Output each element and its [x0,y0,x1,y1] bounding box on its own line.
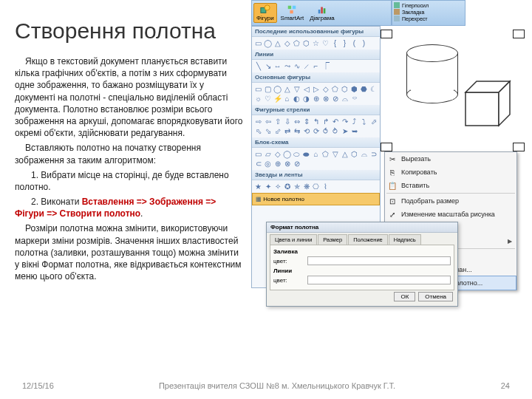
footer-date: 12/15/16 [22,381,74,390]
group-arrows: Фигурные стрелки [252,105,380,115]
line-color-dropdown[interactable] [307,276,451,284]
scale-icon: ⤢ [388,210,397,219]
group-stars: Звезды и ленты [252,170,380,180]
ctx-fit[interactable]: ⊡Подобрать размер [385,194,516,208]
bookmark-label[interactable]: Закладка [402,10,424,15]
cube-shape[interactable] [466,81,514,126]
star-shapes[interactable]: ★✦✧✪✯❋⎔⌇ [252,180,380,193]
format-canvas-dialog: Формат полотна Цвета и линии Размер Поло… [266,222,458,307]
canvas-handle-tl[interactable] [381,30,392,38]
group-flow: Блок-схема [252,137,380,148]
fit-icon: ⊡ [388,197,397,205]
svg-rect-4 [290,10,293,13]
smartart-button[interactable]: SmartArt [279,4,307,22]
svg-rect-3 [293,6,296,9]
para-3: Розміри полотна можна змінити, використо… [15,222,244,282]
recent-shapes[interactable]: ▭◯△◇⬠⬡☆♡{}() [252,37,380,50]
bookmark-icon [394,9,400,15]
svg-rect-6 [321,7,323,14]
dialog-title: Формат полотна [267,222,457,233]
lines-shapes[interactable]: ╲↘↔⤳∿⟋⌐⎾ [252,60,380,72]
cancel-button[interactable]: Отмена [418,292,453,301]
fill-color-dropdown[interactable] [307,256,451,265]
canvas-handle-bl[interactable] [381,143,392,151]
step-2-pre: 2. Виконати [31,197,82,207]
chart-icon [317,4,327,15]
dialog-tabs: Цвета и линии Размер Положение Надпись [267,233,457,245]
svg-rect-7 [324,8,326,13]
slide-title: Створення полотна [15,18,216,44]
arrow-shapes[interactable]: ⇨⇦⇧⇩⇔⇕↰↱↶↷⤴⤵ ⬀⬁⬂⬃⇄⇆⟲⟳⥀⥁➤➥ [252,115,380,137]
body-text: Якщо в текстовий документ планується вст… [15,55,244,285]
smartart-icon [287,4,297,15]
para-1: Якщо в текстовий документ планується вст… [15,55,244,139]
hyperlink-label[interactable]: Гіперпосил [402,3,429,8]
basic-shapes[interactable]: ▭▢◯△▽◁▷◇⬠⬡⬢⬣ ☾☼♡⚡⌂◐◑⊕⊗⊘⌓⌔ [252,83,380,105]
group-basic: Основные фигуры [252,72,380,83]
smartart-label: SmartArt [281,15,304,21]
scissors-icon: ✂ [388,154,397,163]
shapes-icon [260,4,270,15]
ribbon-insert-illustrations: Фігури SmartArt Діаграма [251,0,392,26]
paste-icon: 📋 [388,181,397,190]
cylinder-shape[interactable] [406,44,458,103]
lines-section-label: Линии [273,267,451,274]
chart-label: Діаграма [310,15,334,21]
svg-point-1 [265,5,270,10]
ok-button[interactable]: ОК [394,292,415,301]
tab-layout[interactable]: Положение [348,234,388,245]
slide-footer: 12/15/16 Презентація вчителя СЗОШ №8 м. … [0,381,532,390]
crossref-label[interactable]: Перехрест [402,16,428,21]
chart-button[interactable]: Діаграма [307,4,336,22]
ctx-copy[interactable]: ⎘Копировать [385,166,516,179]
ctx-paste[interactable]: 📋Вставить [385,179,516,192]
drawing-canvas[interactable] [381,30,525,151]
canvas-handle-tr[interactable] [513,30,525,38]
tab-size[interactable]: Размер [318,234,347,245]
tab-other[interactable]: Надпись [389,234,421,245]
para-2: Вставляють полотно на початку створення … [15,142,244,166]
new-canvas-item[interactable]: ▦ Новое полотно [252,193,380,205]
canvas-handle-br[interactable] [513,143,525,151]
dialog-pane: Заливка цвет: Линии цвет: [270,245,454,290]
crossref-icon [394,16,400,21]
shapes-button[interactable]: Фігури [253,3,277,23]
step-2-post: . [140,208,143,219]
footer-center: Презентація вчителя СЗОШ №8 м. Хмельниць… [74,381,480,390]
copy-icon: ⎘ [388,168,397,177]
group-lines: Линии [252,50,380,60]
color-label: цвет: [273,258,303,265]
ribbon-links: Гіперпосил Закладка Перехрест [392,0,466,26]
svg-marker-8 [466,92,499,126]
fill-section-label: Заливка [273,248,451,255]
tab-colors[interactable]: Цвета и линии [270,234,317,245]
step-1: 1. Вибрати місце на сторінці, де буде вс… [15,169,244,193]
svg-rect-2 [288,6,291,9]
ctx-scale[interactable]: ⤢Изменение масштаба рисунка [385,208,516,221]
line-color-label: цвет: [273,277,303,284]
group-recent: Последние использованные фигуры [252,27,380,37]
hyperlink-icon [394,2,400,8]
ctx-cut[interactable]: ✂Вырезать [385,152,516,166]
footer-page: 24 [480,381,510,390]
flow-shapes[interactable]: ▭▱◇◯⬭⬬⌂⬠▽△⬡⌓ ⊃⊂◎⊕⊗⊘ [252,148,380,170]
step-2: 2. Виконати Вставлення => Зображення => … [15,196,244,219]
svg-rect-5 [318,10,321,13]
shapes-label: Фігури [256,15,274,21]
